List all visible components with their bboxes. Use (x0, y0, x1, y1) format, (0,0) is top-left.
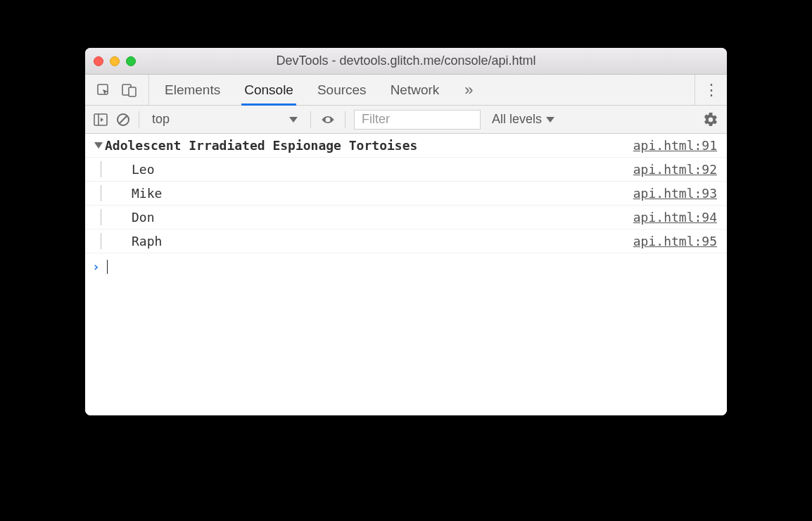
group-indent (101, 185, 113, 201)
group-indent (101, 161, 113, 177)
source-link[interactable]: api.html:94 (633, 210, 717, 225)
panel-tabs: Elements Console Sources Network (149, 75, 455, 105)
group-indent (101, 209, 113, 225)
console-settings-icon[interactable] (703, 112, 718, 127)
clear-console-icon[interactable] (116, 113, 130, 127)
console-prompt[interactable]: › (85, 253, 727, 280)
chevron-down-icon (546, 117, 554, 123)
tab-network[interactable]: Network (391, 75, 440, 105)
log-message: Leo (132, 162, 155, 177)
tab-elements[interactable]: Elements (165, 75, 220, 105)
more-menu-button[interactable]: ⋮ (694, 75, 727, 105)
inspect-tools (85, 75, 149, 105)
prompt-chevron-icon: › (92, 259, 100, 274)
group-indent (101, 233, 113, 249)
tabs-overflow-button[interactable]: » (455, 75, 483, 105)
traffic-lights (94, 56, 136, 66)
window-title: DevTools - devtools.glitch.me/console/ap… (85, 54, 727, 68)
devtools-window: DevTools - devtools.glitch.me/console/ap… (85, 48, 727, 415)
console-group-header: Adolescent Irradiated Espionage Tortoise… (85, 134, 727, 158)
execution-context-select[interactable]: top (148, 112, 302, 127)
titlebar: DevTools - devtools.glitch.me/console/ap… (85, 48, 727, 75)
live-expression-icon[interactable] (319, 114, 336, 125)
log-message: Raph (132, 234, 162, 249)
disclosure-toggle[interactable] (92, 142, 105, 149)
console-output: Adolescent Irradiated Espionage Tortoise… (85, 134, 727, 415)
log-message: Don (132, 210, 155, 225)
tab-sources[interactable]: Sources (317, 75, 367, 105)
triangle-down-icon (94, 142, 103, 149)
filter-input[interactable] (354, 110, 481, 130)
group-label: Adolescent Irradiated Espionage Tortoise… (105, 138, 417, 153)
console-log-row: Mike api.html:93 (85, 182, 727, 206)
source-link[interactable]: api.html:93 (633, 186, 717, 201)
source-link[interactable]: api.html:91 (633, 138, 717, 153)
execution-context-label: top (152, 112, 170, 127)
log-levels-select[interactable]: All levels (489, 112, 557, 127)
console-log-row: Don api.html:94 (85, 206, 727, 230)
console-sidebar-toggle-icon[interactable] (94, 113, 108, 126)
minimize-button[interactable] (110, 56, 120, 66)
source-link[interactable]: api.html:95 (633, 234, 717, 249)
console-toolbar: top All levels (85, 106, 727, 134)
log-message: Mike (132, 186, 162, 201)
svg-rect-2 (129, 87, 136, 96)
text-caret (107, 260, 108, 274)
console-log-row: Raph api.html:95 (85, 230, 727, 253)
source-link[interactable]: api.html:92 (633, 162, 717, 177)
close-button[interactable] (94, 56, 103, 66)
zoom-button[interactable] (126, 56, 136, 66)
console-log-row: Leo api.html:92 (85, 158, 727, 182)
tabstrip: Elements Console Sources Network » ⋮ (85, 75, 727, 106)
tab-console[interactable]: Console (244, 75, 293, 105)
log-levels-label: All levels (492, 112, 542, 127)
device-toolbar-icon[interactable] (122, 83, 137, 97)
svg-line-6 (120, 115, 127, 123)
chevron-down-icon (289, 117, 298, 123)
inspect-element-icon[interactable] (96, 83, 110, 97)
